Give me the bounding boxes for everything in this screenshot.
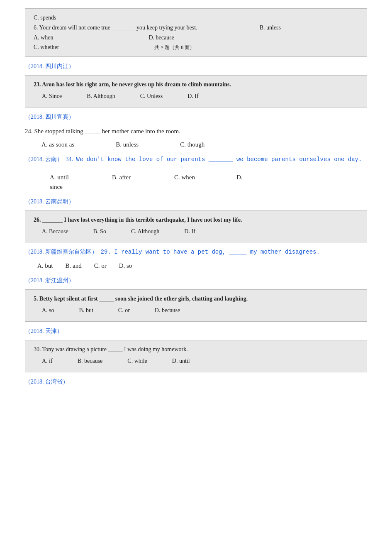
q34-opt-b: B. after <box>112 174 162 181</box>
q30-options: A. if B. because C. while D. until <box>42 356 358 366</box>
q34-opt-c: C. when <box>174 174 224 181</box>
q30-image-box: 30. Tony was drawing a picture _____ I w… <box>25 340 367 372</box>
top-sub-note: 共 × 题（共 8 面） <box>154 43 195 51</box>
q26-text: 26. _______ I have lost everything in th… <box>34 215 358 225</box>
q23-options: A. Since B. Although C. Unless D. If <box>42 91 358 101</box>
q6-opt-a: A. when <box>34 33 53 43</box>
q6-opt-b: B. unless <box>260 23 281 33</box>
q23-opt-d: D. If <box>187 91 198 101</box>
q24-options: A. as soon as B. unless C. though <box>41 141 367 148</box>
q29-opt-b: B. and <box>66 262 82 269</box>
source-xinjiang: （2018. 新疆维吾尔自治区） 29. I really want to ha… <box>25 248 367 256</box>
q24-opt-a: A. as soon as <box>41 141 74 148</box>
q23-text: 23. Aron has lost his right arm, he neve… <box>34 80 358 90</box>
top-box-opt-c-row: C. whether 共 × 题（共 8 面） <box>34 42 358 52</box>
q29-num: 29. <box>101 249 111 255</box>
q30-opt-b: B. because <box>78 356 103 366</box>
source-yunnan: （2018. 云南） 34. We don't know the love of… <box>25 156 367 163</box>
source-tianjin: （2018. 天津） <box>25 328 367 335</box>
q24-opt-c: C. though <box>180 141 205 148</box>
q30-opt-d: D. until <box>172 356 190 366</box>
q23-image-box: 23. Aron has lost his right arm, he neve… <box>25 75 367 108</box>
q34-num: 34. <box>66 156 73 162</box>
q26-opt-a: A. Because <box>42 227 68 237</box>
q34-options: A. until B. after C. when D. <box>50 174 367 181</box>
q23-opt-a: A. Since <box>42 91 62 101</box>
q5-text: 5. Betty kept silent at first _____ soon… <box>34 294 358 304</box>
top-box-line-c: C. spends <box>34 13 358 23</box>
q34-section: A. until B. after C. when D. since <box>25 168 367 191</box>
q29-section: A. but B. and C. or D. so <box>25 261 367 269</box>
source-yunnan-kunming: （2018. 云南昆明） <box>25 198 367 205</box>
q26-image-box: 26. _______ I have lost everything in th… <box>25 210 367 243</box>
q29-opt-a: A. but <box>37 262 53 269</box>
q34-opt-a: A. until <box>50 174 100 181</box>
q26-opt-c: C. Although <box>131 227 159 237</box>
q26-opt-d: D. If <box>184 227 195 237</box>
q23-opt-b: B. Although <box>87 91 115 101</box>
top-box-opts-row: A. when D. because <box>34 33 358 43</box>
q24-text: 24. She stopped talking _____ her mother… <box>25 126 367 137</box>
q6-opt-c: C. whether <box>34 42 59 52</box>
q6-text: 6. Your dream will not come true _______… <box>34 23 197 33</box>
source-sichuan-yibin: （2018. 四川宜宾） <box>25 113 367 121</box>
q24-opt-b: B. unless <box>116 141 139 148</box>
q34-text: We don't know the love of our parents __… <box>76 156 362 163</box>
q30-opt-a: A. if <box>42 356 53 366</box>
q5-opt-c: C. or <box>118 306 130 315</box>
q30-text: 30. Tony was drawing a picture _____ I w… <box>34 345 358 355</box>
q29-opt-c: C. or <box>94 262 107 269</box>
top-box-q6: 6. Your dream will not come true _______… <box>34 23 358 33</box>
q5-opt-d: D. because <box>155 306 180 315</box>
q26-options: A. Because B. So C. Although D. If <box>42 227 358 237</box>
q5-image-box: 5. Betty kept silent at first _____ soon… <box>25 289 367 322</box>
q24-section: 24. She stopped talking _____ her mother… <box>25 126 367 148</box>
q30-opt-c: C. while <box>127 356 147 366</box>
q29-text: I really want to have a pet dog, _____ m… <box>114 249 320 255</box>
source-taiwan: （2018. 台湾省） <box>25 378 367 386</box>
q5-options: A. so B. but C. or D. because <box>42 306 358 315</box>
q29-opt-d: D. so <box>119 262 132 269</box>
q29-options: A. but B. and C. or D. so <box>37 262 367 269</box>
source-sichuan-neijiang: （2018. 四川内江） <box>25 63 367 70</box>
q34-opt-d: D. <box>236 174 243 181</box>
top-opt-c-label: C. spends <box>34 13 56 23</box>
q6-opt-d: D. because <box>149 33 174 43</box>
q5-opt-b: B. but <box>79 306 93 315</box>
top-image-box: C. spends 6. Your dream will not come tr… <box>25 8 367 57</box>
q34-since: since <box>50 183 367 191</box>
q26-opt-b: B. So <box>93 227 106 237</box>
source-zhejiang-wenzhou: （2018. 浙江温州） <box>25 277 367 284</box>
q5-opt-a: A. so <box>42 306 54 315</box>
q23-opt-c: C. Unless <box>140 91 163 101</box>
